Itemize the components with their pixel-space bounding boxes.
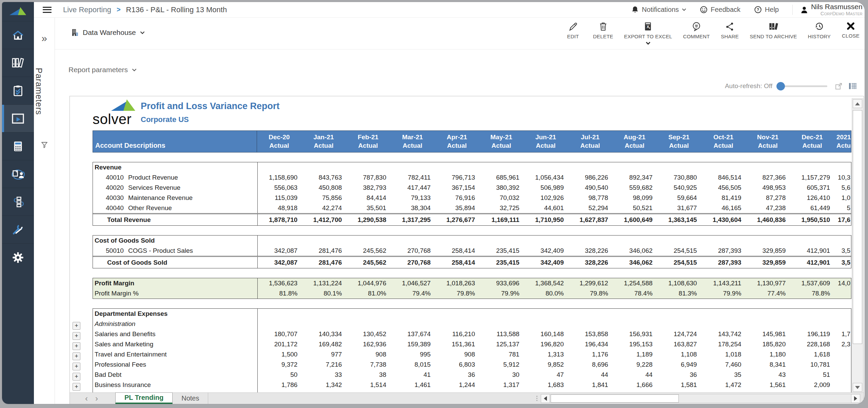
delete-button[interactable]: DELETE [593,22,613,39]
expand-row-button[interactable]: + [73,332,80,340]
value-cell [657,236,702,246]
send-to-archive-button[interactable]: SEND TO ARCHIVE [750,22,797,39]
auto-refresh-slider[interactable] [778,85,827,87]
value-cell: 1,189 [613,349,657,360]
value-cell: 258,414 [435,246,479,256]
value-cell: 1,131,224 [302,278,346,288]
smiley-icon [700,6,708,14]
sidebar-item-live-reporting[interactable] [2,104,34,132]
edit-button[interactable]: EDIT [564,22,582,39]
report-row: Administration [93,319,851,329]
comment-button[interactable]: COMMENT [683,22,710,39]
scroll-up-button[interactable] [853,99,862,108]
value-cell [834,309,851,319]
expand-row-button[interactable]: + [73,363,80,370]
value-cell: 235,415 [479,257,524,268]
report-row: 40040Other Revenue48,91842,27435,50138,3… [93,203,851,213]
sidebar-item-collaboration[interactable] [2,160,34,188]
value-cell: 1,018 [701,349,746,360]
expand-row-button[interactable]: + [73,342,80,350]
help-button[interactable]: ? Help [754,6,779,14]
expand-row-button[interactable]: + [73,383,80,391]
user-org: CorpDemo Master [811,11,863,16]
topbar: Live Reporting > R136 - P&L - Rolling 13… [34,2,865,18]
feedback-button[interactable]: Feedback [700,6,741,14]
value-cell: 44 [613,370,657,380]
scroll-left-button[interactable] [541,394,550,403]
sidebar-item-report-archive[interactable] [2,49,34,77]
value-cell: 162,936 [346,339,391,349]
value-cell: 287,393 [701,246,746,256]
value-cell: 1,317 [479,380,524,390]
sidebar-item-settings[interactable] [2,243,34,271]
value-cell: 36 [657,370,702,380]
notifications-button[interactable]: Notifications [631,6,686,14]
value-cell: 1,683 [524,380,568,390]
horizontal-scrollbar[interactable] [541,394,860,403]
sheet-tabs: PL TrendingNotes [115,393,208,404]
value-cell: 140,334 [302,329,346,339]
value-cell [302,162,346,172]
sheet-tab-notes[interactable]: Notes [173,393,208,404]
value-cell: 1,313 [524,349,568,360]
report-parameters-dropdown[interactable]: Report parameters [68,66,137,74]
horizontal-scroll-thumb[interactable] [551,394,679,403]
value-cell: 1,600,649 [613,214,657,225]
expand-row-button[interactable]: + [73,373,80,381]
horizontal-scroll-track[interactable] [550,394,851,403]
value-cell: 41 [391,370,435,380]
sidebar-item-budgeting[interactable] [2,132,34,160]
month-columns: Dec-20ActualJan-21ActualFeb-21ActualMar-… [257,131,851,152]
sidebar-item-admin-tools[interactable] [2,216,34,243]
value-cell: 281,476 [302,246,346,256]
scrollbar-splitter-handle[interactable] [533,393,541,404]
value-cell: 1,500 [258,349,302,360]
value-cell: 178,254 [701,339,746,349]
expand-panel-button[interactable]: » [34,33,55,43]
value-cell: 1,786 [258,380,302,390]
breadcrumb-section[interactable]: Live Reporting [63,5,111,14]
value-cell: 456,505 [701,183,746,193]
value-cell: 1,618 [790,349,834,360]
sheet-tab-pl-trending[interactable]: PL Trending [115,392,173,404]
value-cell [746,319,790,329]
value-cell: 270,768 [391,257,435,268]
user-menu[interactable]: Nils Rasmussen CorpDemo Master [800,3,865,16]
vertical-scrollbar[interactable] [852,98,863,393]
export-to-excel-button[interactable]: X EXPORT TO EXCEL [624,22,672,45]
value-cell [834,288,851,299]
history-button[interactable]: HISTORY [808,22,831,39]
slider-knob[interactable] [776,82,785,90]
vertical-scroll-thumb[interactable] [853,110,862,344]
value-cell [479,162,524,172]
value-cell: 47 [524,370,568,380]
report-row: Revenue [93,162,851,172]
expand-row-button[interactable]: + [73,322,80,330]
report-row: Travel and Entertainment1,50097790899590… [93,349,851,360]
report-section: Revenue40010Product Revenue1,158,690843,… [93,162,851,226]
value-cell [834,380,851,390]
tabs-prev-button[interactable]: ‹ [81,393,92,404]
grid-view-icon[interactable] [848,82,857,90]
report-row: Bad Debt50333841363047444436354351 [93,370,851,380]
sidebar-item-assignments[interactable] [2,77,34,104]
value-cell: 796,713 [435,172,479,183]
menu-icon[interactable] [43,7,52,13]
filter-icon[interactable] [34,141,55,149]
sidebar-item-integrations[interactable] [2,188,34,216]
data-source-dropdown[interactable]: Data Warehouse [71,28,145,37]
value-cell: 30 [479,370,524,380]
maximize-icon[interactable] [835,82,843,90]
value-cell: 76,916 [435,193,479,203]
share-button[interactable]: SHARE [721,22,739,39]
tabs-next-button[interactable]: › [92,393,102,404]
value-cell: 1,044,976 [346,278,391,288]
scroll-down-button[interactable] [853,383,862,392]
column-header-Jul-21: Jul-21Actual [568,131,612,152]
value-cell: 1,666 [613,380,657,390]
close-button[interactable]: CLOSE [842,22,860,39]
value-cell: 342,087 [258,257,302,268]
scroll-right-button[interactable] [851,394,860,403]
expand-row-button[interactable]: + [73,352,80,360]
sidebar-item-home[interactable] [2,21,34,49]
